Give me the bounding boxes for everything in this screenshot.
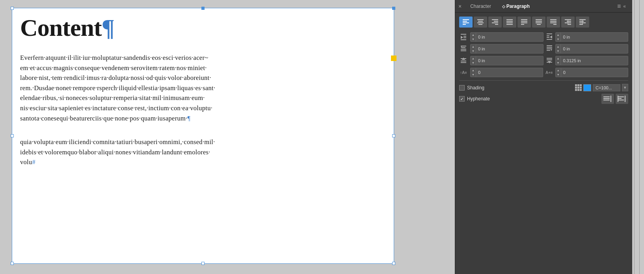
space-after-value: 0.3125 in	[561, 58, 628, 63]
dropcap-chars-down[interactable]: ▼	[556, 72, 561, 77]
handle-mid-right[interactable]	[392, 134, 395, 137]
panel-body: ▲ ▼ 0 in ▲ ▼ 0 in	[455, 13, 632, 108]
align-left-button[interactable]	[459, 17, 473, 28]
space-before-input[interactable]: ▲ ▼ 0 in	[470, 56, 543, 65]
space-before-down[interactable]: ▼	[471, 61, 476, 65]
svg-rect-47	[547, 39, 552, 40]
text-frame[interactable]: Content¶ Everfern·atquunt·il·ilit·iur·mo…	[12, 8, 394, 264]
right-indent-up[interactable]: ▲	[556, 33, 561, 37]
right-indent-arrows[interactable]: ▲ ▼	[556, 33, 561, 41]
svg-rect-25	[550, 21, 557, 22]
left-indent-down[interactable]: ▼	[471, 37, 476, 41]
panel-menu-icon[interactable]: ≡	[617, 3, 621, 10]
left-indent-input[interactable]: ▲ ▼ 0 in	[470, 32, 543, 42]
first-indent-value: 0 in	[476, 46, 543, 51]
shading-color-dropdown[interactable]: ▾	[622, 84, 628, 91]
left-indent-arrows[interactable]: ▲ ▼	[471, 33, 476, 41]
space-after-input[interactable]: ▲ ▼ 0.3125 in	[555, 56, 629, 65]
shading-color-controls: C=100... ▾	[575, 84, 628, 91]
dropcap-lines-input[interactable]: ▲ ▼ 0	[470, 68, 543, 77]
out-port[interactable]	[391, 56, 396, 61]
para-end-btn-1[interactable]	[601, 94, 614, 104]
para-end-btn-2[interactable]	[616, 94, 628, 104]
svg-marker-57	[551, 49, 552, 51]
space-after-icon	[546, 57, 553, 65]
space-before-up[interactable]: ▲	[471, 56, 476, 61]
handle-mid-left[interactable]	[11, 134, 14, 137]
dropcap-chars-up[interactable]: ▲	[556, 68, 561, 72]
panel-collapse-button[interactable]: «	[623, 4, 626, 9]
text-hash: #	[32, 158, 36, 166]
first-indent-down[interactable]: ▼	[471, 49, 476, 53]
align-right-button[interactable]	[488, 17, 502, 28]
dropcap-lines-icon: ↑A≡	[459, 70, 468, 75]
dropcap-chars-input[interactable]: ▲ ▼ 0	[555, 68, 628, 77]
body-paragraph-2: quia·volupta·eum·iliciendi·comnita·tatiu…	[20, 137, 386, 167]
svg-rect-5	[478, 21, 483, 22]
space-after-up[interactable]: ▲	[556, 56, 561, 61]
right-indent-input[interactable]: ▲ ▼ 0 in	[555, 32, 629, 42]
svg-rect-10	[492, 22, 498, 23]
align-justify-last-center-button[interactable]	[532, 17, 545, 28]
handle-bot-center[interactable]	[201, 262, 205, 265]
last-indent-up[interactable]: ▲	[556, 44, 561, 49]
first-indent-icon	[459, 46, 468, 52]
left-indent-up[interactable]: ▲	[471, 33, 476, 37]
space-after-arrows[interactable]: ▲ ▼	[556, 56, 561, 65]
dropcap-lines-value: 0	[476, 70, 543, 75]
first-indent-arrows[interactable]: ▲ ▼	[471, 44, 476, 53]
align-justify-last-right-button[interactable]	[547, 17, 560, 28]
svg-rect-51	[461, 50, 466, 51]
svg-rect-42	[461, 39, 466, 40]
align-justify-button[interactable]	[503, 17, 516, 28]
svg-rect-74	[618, 96, 618, 102]
space-before-value: 0 in	[476, 58, 543, 63]
first-indent-input[interactable]: ▲ ▼ 0 in	[470, 44, 543, 54]
grid-icon[interactable]	[575, 84, 582, 91]
handle-top-left[interactable]	[11, 7, 14, 10]
handle-top-right[interactable]	[392, 7, 395, 10]
close-button[interactable]: ×	[458, 3, 462, 9]
svg-rect-13	[506, 21, 513, 22]
last-indent-down[interactable]: ▼	[556, 49, 561, 53]
align-justify-last-left-button[interactable]	[517, 17, 531, 28]
hyphenate-checkbox-container[interactable]: Hyphenate	[459, 96, 490, 102]
shading-checkbox[interactable]	[459, 85, 465, 91]
handle-bot-left[interactable]	[11, 262, 14, 265]
dropcap-lines-down[interactable]: ▼	[471, 72, 476, 77]
svg-rect-53	[547, 45, 552, 46]
svg-rect-7	[478, 24, 482, 25]
svg-rect-45	[547, 37, 549, 38]
handle-top-center[interactable]	[201, 7, 205, 10]
shading-color-preview[interactable]	[583, 84, 591, 91]
svg-rect-19	[521, 24, 524, 25]
svg-rect-63	[547, 59, 552, 60]
last-indent-arrows[interactable]: ▲ ▼	[556, 44, 561, 53]
hyphenate-checkbox[interactable]	[459, 96, 465, 102]
handle-bot-right[interactable]	[392, 262, 395, 265]
dropcap-lines-up[interactable]: ▲	[471, 68, 476, 72]
svg-rect-4	[477, 19, 484, 20]
svg-rect-58	[461, 61, 466, 61]
svg-rect-20	[536, 19, 542, 20]
dropcap-chars-arrows[interactable]: ▲ ▼	[556, 68, 561, 77]
space-before-arrows[interactable]: ▲ ▼	[471, 56, 476, 65]
tab-character[interactable]: Character	[465, 1, 497, 11]
space-after-down[interactable]: ▼	[556, 61, 561, 65]
tab-paragraph[interactable]: Paragraph	[497, 1, 535, 11]
dropcap-lines-arrows[interactable]: ▲ ▼	[471, 68, 476, 77]
svg-rect-54	[547, 47, 552, 48]
svg-rect-21	[536, 21, 542, 22]
svg-rect-61	[461, 58, 466, 59]
align-center-button[interactable]	[474, 17, 487, 28]
svg-rect-22	[536, 22, 542, 23]
last-indent-input[interactable]: ▲ ▼ 0 in	[555, 44, 629, 54]
shading-checkbox-container[interactable]: Shading	[459, 85, 484, 91]
first-indent-up[interactable]: ▲	[471, 44, 476, 49]
svg-rect-44	[547, 35, 549, 36]
align-right-to-spine-button[interactable]	[561, 17, 575, 28]
canvas-area: Content¶ Everfern·atquunt·il·ilit·iur·mo…	[0, 0, 455, 274]
svg-marker-46	[550, 35, 552, 39]
right-indent-down[interactable]: ▼	[556, 37, 561, 41]
align-left-to-spine-button[interactable]	[576, 17, 589, 28]
